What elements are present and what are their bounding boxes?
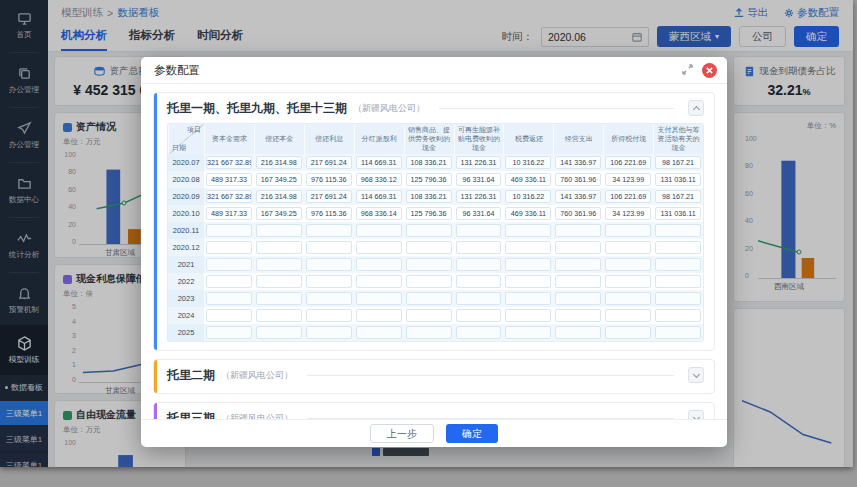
cell-input[interactable] <box>505 292 551 305</box>
cell-input[interactable] <box>306 275 352 288</box>
close-icon[interactable] <box>702 63 717 78</box>
cell-input[interactable]: 469 336.11 <box>505 207 551 220</box>
collapse-down-icon[interactable] <box>688 367 704 383</box>
cell-input[interactable] <box>605 258 651 271</box>
cell-input[interactable]: 968 336.14 <box>356 207 402 220</box>
cell-input[interactable]: 108 336.21 <box>406 156 452 169</box>
cell-input[interactable] <box>456 309 502 322</box>
cell-input[interactable]: 167 349.25 <box>256 207 302 220</box>
cell-input[interactable] <box>655 258 701 271</box>
cell-input[interactable] <box>356 224 402 237</box>
cell-input[interactable]: 131 226.31 <box>456 156 502 169</box>
collapse-up-icon[interactable] <box>688 100 704 116</box>
cell-input[interactable] <box>505 309 551 322</box>
cell-input[interactable]: 321 667 32.89 <box>206 156 252 169</box>
cell-input[interactable] <box>505 326 551 339</box>
cell-input[interactable] <box>655 275 701 288</box>
cell-input[interactable] <box>456 292 502 305</box>
cell-input[interactable] <box>306 309 352 322</box>
cell-input[interactable] <box>206 292 252 305</box>
cell-input[interactable]: 125 796.36 <box>406 207 452 220</box>
cell-input[interactable]: 469 336.11 <box>505 173 551 186</box>
cell-input[interactable]: 217 691.24 <box>306 190 352 203</box>
cell-input[interactable]: 10 316.22 <box>505 156 551 169</box>
cell-input[interactable] <box>505 224 551 237</box>
cell-input[interactable]: 968 336.12 <box>356 173 402 186</box>
cell-input[interactable] <box>206 309 252 322</box>
modal-confirm-button[interactable]: 确定 <box>446 424 498 443</box>
fullscreen-icon[interactable] <box>682 61 693 79</box>
cell-input[interactable] <box>456 258 502 271</box>
cell-input[interactable] <box>555 275 601 288</box>
cell-input[interactable] <box>655 241 701 254</box>
cell-input[interactable]: 489 317.33 <box>206 207 252 220</box>
cell-input[interactable]: 976 115.36 <box>306 173 352 186</box>
cell-input[interactable] <box>605 292 651 305</box>
cell-input[interactable] <box>256 241 302 254</box>
cell-input[interactable] <box>206 275 252 288</box>
cell-input[interactable] <box>555 326 601 339</box>
cell-input[interactable] <box>256 275 302 288</box>
section-header[interactable]: 托里一期、托里九期、托里十三期 （新疆风电公司） <box>167 98 704 118</box>
cell-input[interactable] <box>306 241 352 254</box>
cell-input[interactable]: 216 314.98 <box>256 190 302 203</box>
cell-input[interactable] <box>605 326 651 339</box>
cell-input[interactable] <box>206 241 252 254</box>
cell-input[interactable]: 106 221.69 <box>605 190 651 203</box>
cell-input[interactable] <box>306 258 352 271</box>
cell-input[interactable]: 131 036.11 <box>655 173 701 186</box>
cell-input[interactable]: 10 316.22 <box>505 190 551 203</box>
cell-input[interactable] <box>605 275 651 288</box>
cell-input[interactable] <box>406 292 452 305</box>
cell-input[interactable]: 489 317.33 <box>206 173 252 186</box>
cell-input[interactable] <box>655 326 701 339</box>
cell-input[interactable]: 760 361.96 <box>555 173 601 186</box>
cell-input[interactable]: 34 123.99 <box>605 207 651 220</box>
cell-input[interactable] <box>256 258 302 271</box>
cell-input[interactable]: 98 167.21 <box>655 190 701 203</box>
cell-input[interactable] <box>306 224 352 237</box>
cell-input[interactable] <box>406 258 452 271</box>
cell-input[interactable] <box>406 309 452 322</box>
cell-input[interactable]: 98 167.21 <box>655 156 701 169</box>
cell-input[interactable] <box>406 275 452 288</box>
cell-input[interactable]: 141 336.97 <box>555 156 601 169</box>
cell-input[interactable] <box>206 224 252 237</box>
cell-input[interactable]: 96 331.64 <box>456 173 502 186</box>
cell-input[interactable] <box>555 241 601 254</box>
cell-input[interactable] <box>306 292 352 305</box>
cell-input[interactable] <box>306 326 352 339</box>
cell-input[interactable]: 114 669.31 <box>356 190 402 203</box>
cell-input[interactable] <box>555 258 601 271</box>
cell-input[interactable]: 114 669.31 <box>356 156 402 169</box>
cell-input[interactable]: 167 349.25 <box>256 173 302 186</box>
cell-input[interactable] <box>406 224 452 237</box>
cell-input[interactable] <box>206 326 252 339</box>
cell-input[interactable] <box>356 241 402 254</box>
collapse-down-icon[interactable] <box>688 410 704 419</box>
cell-input[interactable] <box>655 292 701 305</box>
cell-input[interactable] <box>555 224 601 237</box>
cell-input[interactable] <box>456 326 502 339</box>
cell-input[interactable]: 125 796.36 <box>406 173 452 186</box>
cell-input[interactable] <box>505 241 551 254</box>
cell-input[interactable] <box>356 326 402 339</box>
cell-input[interactable] <box>605 241 651 254</box>
cell-input[interactable] <box>356 258 402 271</box>
cell-input[interactable] <box>406 326 452 339</box>
cell-input[interactable]: 96 331.64 <box>456 207 502 220</box>
cell-input[interactable] <box>655 224 701 237</box>
cell-input[interactable] <box>356 292 402 305</box>
cell-input[interactable] <box>356 309 402 322</box>
cell-input[interactable] <box>555 292 601 305</box>
cell-input[interactable] <box>655 309 701 322</box>
section-header[interactable]: 托里三期 （新疆风电公司） <box>167 408 704 419</box>
cell-input[interactable]: 976 115.36 <box>306 207 352 220</box>
cell-input[interactable]: 34 123.99 <box>605 173 651 186</box>
cell-input[interactable]: 108 336.21 <box>406 190 452 203</box>
cell-input[interactable] <box>505 258 551 271</box>
cell-input[interactable] <box>456 224 502 237</box>
cell-input[interactable]: 131 036.11 <box>655 207 701 220</box>
cell-input[interactable] <box>256 326 302 339</box>
cell-input[interactable]: 217 691.24 <box>306 156 352 169</box>
